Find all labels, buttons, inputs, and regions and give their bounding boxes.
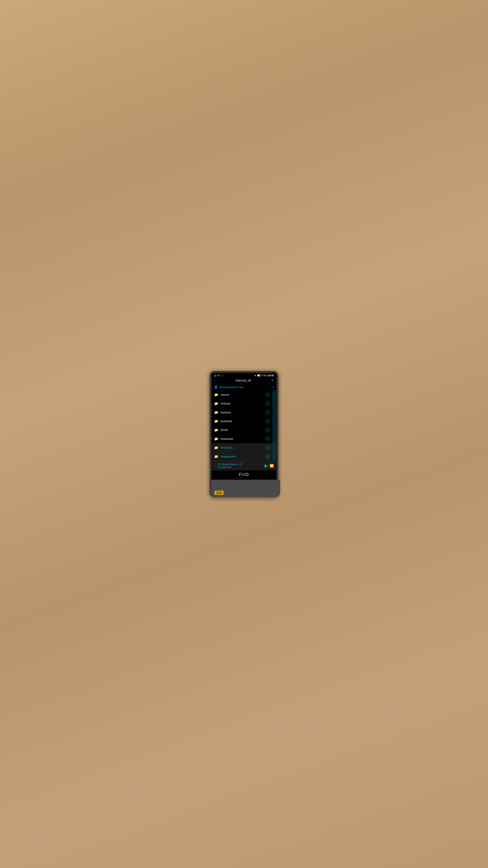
screen: 🔊 67 🎵 ▼ 76% [212, 373, 276, 479]
alpha-R[interactable]: R [273, 435, 274, 437]
play-pause-button[interactable]: ▶ [265, 463, 268, 468]
alpha-Q[interactable]: Q [273, 432, 274, 434]
media-icon: 🎵 [221, 374, 223, 376]
alpha-Z[interactable]: Z [274, 455, 274, 457]
item-play-button[interactable]: ▶ [265, 445, 270, 450]
folder-icon: 📁 [214, 437, 218, 441]
close-button[interactable]: ✕ [271, 378, 274, 382]
list-item[interactable]: 📁 FiiOMusic ▶ [212, 443, 276, 452]
alpha-S[interactable]: S [274, 437, 275, 439]
hires-bottom: AUDIO [216, 493, 222, 494]
alpha-T[interactable]: T [274, 440, 274, 442]
music-note-icon: ♪ [214, 464, 216, 468]
header-title: internal_sd [236, 379, 251, 382]
track-title: 13. Bryan Adams - O [218, 463, 263, 466]
device-wrapper: 🔊 67 🎵 ▼ 76% [209, 371, 279, 497]
list-item[interactable]: 📁 backups ▶ [212, 408, 276, 417]
volume-level: 67 [218, 374, 220, 377]
alpha-W[interactable]: W [273, 447, 275, 449]
file-name: FiiOMusic [221, 446, 265, 449]
alpha-A[interactable]: A [274, 392, 275, 393]
alpha-Y[interactable]: Y [274, 453, 275, 455]
list-item[interactable]: 📁 bluetooth ▶ [212, 417, 276, 426]
now-playing-bar[interactable]: ♪ 13. Bryan Adams - O Неизвестый ▶ ⏩ [212, 461, 276, 470]
device-bottom: Hi·Res AUDIO [211, 480, 280, 497]
item-play-button[interactable]: ▶ [265, 436, 270, 441]
sort-icon[interactable]: ≡ [272, 385, 274, 389]
alpha-L[interactable]: L [274, 420, 274, 421]
alpha-E[interactable]: E [274, 402, 275, 403]
alpha-O[interactable]: O [273, 427, 274, 429]
folder-icon: 📁 [214, 419, 218, 423]
play-all-icon: 👤 [214, 385, 218, 389]
status-left: 🔊 67 🎵 [214, 374, 223, 377]
alpha-J[interactable]: J [274, 414, 274, 416]
player-controls: ▶ ⏩ [265, 463, 274, 468]
alpha-hash[interactable]: # [274, 458, 274, 460]
hires-badge: Hi·Res AUDIO [215, 491, 224, 495]
file-name: backups [221, 411, 265, 414]
alpha-V[interactable]: V [274, 445, 275, 447]
alpha-F[interactable]: F [274, 404, 274, 406]
alpha-D[interactable]: D [273, 399, 274, 401]
list-item[interactable]: 📁 Alarms ▶ [212, 390, 276, 399]
folder-icon: 📁 [214, 455, 218, 459]
alpha-B[interactable]: B [274, 394, 275, 396]
file-name: Download [221, 437, 265, 440]
device-body: 🔊 67 🎵 ▼ 76% [209, 371, 279, 497]
file-list: 📁 Alarms ▶ 📁 Android ▶ 📁 backups [212, 390, 276, 461]
battery-percent: 76% [263, 374, 267, 377]
brand-bar: FiiO [212, 470, 276, 479]
alpha-X[interactable]: X [274, 450, 275, 452]
item-play-button[interactable]: ▶ [265, 419, 270, 424]
item-play-button[interactable]: ▶ [265, 454, 270, 459]
file-name: Android [221, 402, 265, 405]
alpha-K[interactable]: K [274, 417, 275, 419]
item-play-button[interactable]: ▶ [265, 401, 270, 406]
now-playing-info: 13. Bryan Adams - O Неизвестый [218, 463, 263, 468]
fiio-logo: FiiO [239, 472, 249, 477]
alpha-N[interactable]: N [273, 425, 274, 427]
wifi-icon: ▼ [254, 374, 256, 377]
file-name: Alarms [221, 393, 265, 396]
list-item[interactable]: 📁 Android ▶ [212, 399, 276, 408]
folder-icon: 📁 [214, 393, 218, 397]
back-button[interactable]: ‹ [214, 378, 216, 382]
track-artist: Неизвестый [218, 466, 263, 468]
file-name: imageloader [221, 455, 265, 458]
alpha-G[interactable]: G [273, 407, 274, 409]
alpha-U[interactable]: U [273, 443, 274, 444]
list-item[interactable]: 📁 imageloader ▶ [212, 452, 276, 461]
folder-icon: 📁 [214, 445, 218, 450]
app-header: ‹ internal_sd ✕ [212, 377, 276, 384]
list-item[interactable]: 📁 Download ▶ [212, 434, 276, 443]
wood-background: 🔊 67 🎵 ▼ 76% [0, 0, 488, 868]
toolbar-row: 👤 Воспроизвести все ≡ [212, 384, 276, 390]
file-name: bluetooth [221, 420, 265, 423]
clock: 20:42 [268, 374, 274, 377]
item-play-button[interactable]: ▶ [265, 410, 270, 414]
alphabet-index[interactable]: A B C D E F G H I J K L M [272, 390, 276, 461]
folder-icon: 📁 [214, 402, 218, 406]
file-name: DCIM [221, 428, 265, 432]
fast-forward-button[interactable]: ⏩ [270, 464, 274, 468]
alpha-P[interactable]: P [274, 430, 275, 431]
item-play-button[interactable]: ▶ [265, 392, 270, 397]
folder-icon: 📁 [214, 410, 218, 414]
alpha-H[interactable]: H [273, 409, 274, 411]
folder-icon: 📁 [214, 428, 218, 432]
screen-bezel: 🔊 67 🎵 ▼ 76% [211, 373, 277, 480]
item-play-button[interactable]: ▶ [265, 428, 270, 432]
status-right: ▼ 76% 20:42 [254, 374, 274, 377]
alpha-I[interactable]: I [274, 412, 274, 413]
battery-indicator [257, 374, 262, 376]
hires-top: Hi·Res [217, 491, 222, 493]
status-bar: 🔊 67 🎵 ▼ 76% [212, 373, 276, 377]
list-item[interactable]: 📁 DCIM ▶ [212, 426, 276, 434]
alpha-C[interactable]: C [273, 397, 274, 398]
volume-icon: 🔊 [214, 374, 217, 377]
play-all-text[interactable]: Воспроизвести все [220, 385, 272, 389]
alpha-M[interactable]: M [273, 422, 275, 424]
